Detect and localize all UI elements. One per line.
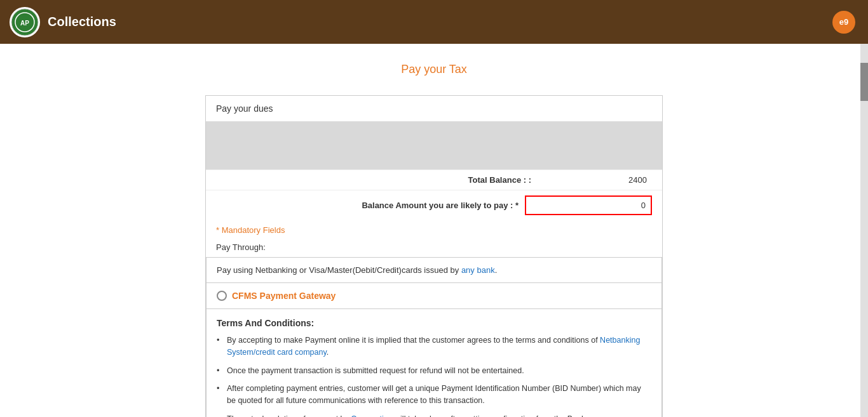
terms-list: By accepting to make Payment online it i… [217,334,651,417]
total-balance-row: Total Balance : : 2400 [206,169,662,190]
netbanking-text: Pay using Netbanking or Visa/Master(Debi… [217,265,497,275]
gray-area [206,122,662,169]
svg-text:AP: AP [20,20,29,27]
terms-title: Terms And Conditions: [217,318,651,328]
netbanking-option: Pay using Netbanking or Visa/Master(Debi… [206,257,662,283]
mandatory-note: * Mandatory Fields [206,220,662,240]
total-balance-label: Total Balance : : [216,175,538,185]
page-title: Pay your Tax [0,63,868,76]
scrollbar[interactable] [860,44,868,417]
list-item: By accepting to make Payment online it i… [217,334,651,359]
balance-amount-input-wrap [525,195,652,215]
list-item: Once the payment transaction is submitte… [217,365,651,377]
section-header: Pay your dues [206,96,662,122]
any-bank-link[interactable]: any bank [461,265,495,275]
total-balance-value: 2400 [538,175,652,185]
pay-through-label: Pay Through: [206,240,662,257]
main-content: Pay your Tax Pay your dues Total Balance… [0,44,868,417]
cfms-row[interactable]: CFMS Payment Gateway [206,283,662,309]
user-icon[interactable]: e9 [832,11,855,34]
balance-amount-row: Balance Amount you are likely to pay : * [206,190,662,220]
header: AP Collections e9 [0,0,868,44]
cfms-label: CFMS Payment Gateway [232,291,336,301]
netbanking-link: Netbanking System/credit card company [227,336,640,357]
cfms-radio[interactable] [217,291,227,301]
terms-section: Terms And Conditions: By accepting to ma… [206,309,662,417]
app-title: Collections [48,15,116,29]
list-item: The actual updation of payment by Corpor… [217,413,651,417]
form-container: Pay your dues Total Balance : : 2400 Bal… [205,95,663,417]
balance-amount-label: Balance Amount you are likely to pay : * [216,201,525,210]
scroll-thumb[interactable] [860,63,868,101]
list-item: After completing payment entries, custom… [217,383,651,407]
logo: AP [10,7,40,37]
corporation-link: Corporation [351,414,392,417]
balance-amount-input[interactable] [525,195,652,215]
